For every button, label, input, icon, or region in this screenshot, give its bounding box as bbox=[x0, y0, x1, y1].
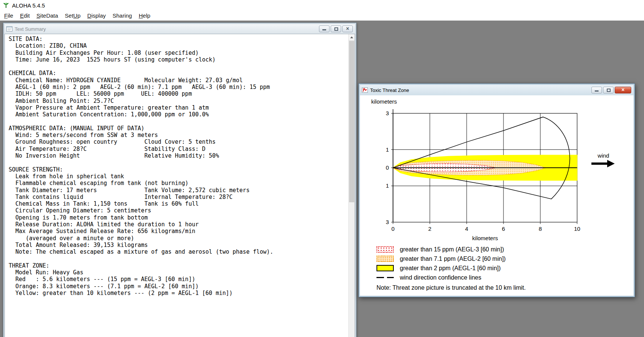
menu-item-sharing[interactable]: Sharing bbox=[109, 11, 136, 20]
toxic-threat-zone-window-controls: × bbox=[591, 87, 631, 93]
legend-label: greater than 15 ppm (AEGL-3 [60 min]) bbox=[400, 246, 504, 253]
svg-text:0: 0 bbox=[392, 226, 395, 232]
maximize-icon bbox=[607, 89, 611, 92]
text-summary-content: SITE DATA: Location: ZIBO, CHINA Buildin… bbox=[5, 34, 355, 337]
legend-label: greater than 7.1 ppm (AEGL-2 [60 min]) bbox=[400, 256, 506, 262]
menu-item-help[interactable]: Help bbox=[135, 11, 154, 20]
toxic-threat-zone-window: Toxic Threat Zone × kilometers bbox=[358, 83, 635, 297]
legend-label: greater than 2 ppm (AEGL-1 [60 min]) bbox=[400, 265, 501, 272]
menu-bar: FileEditSiteDataSetUpDisplaySharingHelp bbox=[0, 11, 644, 21]
svg-text:4: 4 bbox=[465, 226, 468, 232]
svg-text:3: 3 bbox=[386, 110, 389, 116]
close-icon: × bbox=[615, 87, 631, 93]
text-summary-icon bbox=[6, 26, 12, 32]
maximize-button[interactable] bbox=[331, 26, 341, 32]
y-axis-title: kilometers bbox=[371, 98, 397, 105]
scroll-thumb[interactable] bbox=[349, 41, 354, 202]
yellow-zone-swatch bbox=[376, 265, 394, 271]
toxic-threat-zone-content: kilometers 024681031013kilometers bbox=[360, 95, 633, 296]
truncation-note: Note: Threat zone picture is truncated a… bbox=[376, 284, 526, 291]
menu-item-setup[interactable]: SetUp bbox=[62, 11, 84, 20]
minimize-button[interactable] bbox=[591, 87, 602, 93]
close-icon: × bbox=[343, 26, 352, 32]
svg-text:1: 1 bbox=[386, 182, 389, 189]
scroll-up-button[interactable] bbox=[349, 34, 355, 41]
toxic-threat-zone-title: Toxic Threat Zone bbox=[370, 87, 409, 93]
menu-item-edit[interactable]: Edit bbox=[17, 11, 33, 20]
svg-text:6: 6 bbox=[502, 226, 505, 232]
svg-text:0: 0 bbox=[386, 164, 389, 171]
legend-item-aegl1: greater than 2 ppm (AEGL-1 [60 min]) bbox=[376, 263, 526, 273]
legend-label: wind direction confidence lines bbox=[400, 274, 481, 281]
svg-text:3: 3 bbox=[386, 219, 389, 225]
close-button[interactable]: × bbox=[342, 26, 353, 32]
threat-legend: greater than 15 ppm (AEGL-3 [60 min]) gr… bbox=[376, 245, 526, 291]
mdi-workspace: Text Summary × SITE DATA: Location: ZIBO… bbox=[0, 21, 644, 337]
threat-zone-plot: 024681031013kilometers bbox=[370, 109, 588, 244]
text-summary-text: SITE DATA: Location: ZIBO, CHINA Buildin… bbox=[5, 34, 355, 296]
svg-text:10: 10 bbox=[574, 226, 581, 232]
toxic-threat-zone-icon bbox=[362, 87, 368, 93]
text-summary-window: Text Summary × SITE DATA: Location: ZIBO… bbox=[3, 23, 357, 337]
svg-text:2: 2 bbox=[428, 226, 431, 232]
minimize-icon bbox=[595, 90, 599, 92]
menu-item-sitedata[interactable]: SiteData bbox=[33, 11, 62, 20]
maximize-icon bbox=[334, 27, 338, 31]
svg-text:8: 8 bbox=[539, 226, 542, 232]
menu-item-file[interactable]: File bbox=[1, 11, 17, 20]
x-axis-title: kilometers bbox=[472, 235, 498, 241]
menu-item-display[interactable]: Display bbox=[84, 11, 109, 20]
wind-label: wind bbox=[598, 152, 609, 159]
app-titlebar[interactable]: ALOHA 5.4.5 bbox=[0, 0, 644, 11]
minimize-icon bbox=[322, 29, 326, 30]
aloha-application-window: ALOHA 5.4.5 FileEditSiteDataSetUpDisplay… bbox=[0, 0, 644, 337]
minimize-button[interactable] bbox=[319, 26, 330, 32]
vertical-scrollbar[interactable] bbox=[348, 34, 355, 337]
maximize-button[interactable] bbox=[603, 87, 614, 93]
confidence-lines-swatch bbox=[376, 277, 394, 278]
text-summary-title: Text Summary bbox=[15, 26, 46, 32]
orange-zone-swatch bbox=[376, 256, 394, 262]
close-button[interactable]: × bbox=[615, 87, 631, 93]
red-zone-swatch bbox=[376, 246, 394, 253]
wind-indicator: wind bbox=[588, 152, 619, 168]
aloha-app-icon bbox=[3, 2, 9, 9]
wind-arrow-icon bbox=[591, 159, 615, 168]
toxic-threat-zone-titlebar[interactable]: Toxic Threat Zone × bbox=[360, 85, 633, 95]
app-title: ALOHA 5.4.5 bbox=[12, 2, 45, 9]
legend-item-confidence-lines: wind direction confidence lines bbox=[376, 273, 526, 282]
legend-item-aegl3: greater than 15 ppm (AEGL-3 [60 min]) bbox=[376, 245, 526, 254]
legend-item-aegl2: greater than 7.1 ppm (AEGL-2 [60 min]) bbox=[376, 254, 526, 263]
text-summary-window-controls: × bbox=[319, 26, 353, 32]
svg-text:1: 1 bbox=[386, 146, 389, 153]
text-summary-titlebar[interactable]: Text Summary × bbox=[5, 24, 355, 34]
